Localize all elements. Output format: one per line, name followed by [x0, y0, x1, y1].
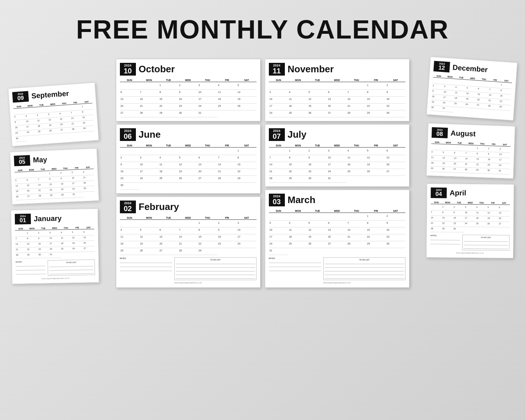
- month-name-november: November: [288, 64, 334, 75]
- calendar-august: 2024 08 August SUNMONTUEWEDTHUFRISAT 123…: [426, 123, 515, 179]
- calendar-march: 2024 03 March SUNMONTUEWEDTHUFRISAT 12 3…: [265, 190, 409, 288]
- middle-right-column: 2024 11 November SUNMONTUEWEDTHUFRISAT 1…: [263, 59, 412, 288]
- month-name-june: June: [139, 129, 161, 140]
- badge-january: 2024 01: [15, 214, 31, 225]
- middle-left-column: 2024 10 October SUNMONTUEWEDTHUFRISAT 12…: [114, 59, 263, 288]
- badge-november: 2024 11: [269, 63, 285, 76]
- calendar-june: 2024 06 June SUNMONTUEWEDTHUFRISAT 1 234…: [116, 124, 261, 194]
- calendar-may: 2024 05 May SUN MON TUE WED THU FRI SAT …: [9, 148, 99, 205]
- month-name-august: August: [450, 129, 476, 138]
- calendar-january: 2024 01 January SUN MON TUE WED THU FRI …: [11, 209, 99, 284]
- month-name-may: May: [33, 156, 47, 165]
- calendar-july: 2024 07 July SUNMONTUEWEDTHUFRISAT 12345…: [265, 124, 409, 187]
- badge-july: 2024 07: [269, 128, 285, 141]
- month-name-march: March: [288, 194, 316, 206]
- month-name-january: January: [33, 214, 61, 223]
- calendar-november: 2024 11 November SUNMONTUEWEDTHUFRISAT 1…: [265, 59, 409, 121]
- calendar-october: 2024 10 October SUNMONTUEWEDTHUFRISAT 12…: [116, 59, 261, 121]
- calendar-february: 2024 02 February SUNMONTUEWEDTHUFRISAT 1…: [116, 197, 261, 288]
- badge-february: 2024 02: [120, 201, 136, 213]
- calendar-september: 2024 09 September SUN MON TUE WED THU FR…: [8, 82, 99, 146]
- badge-december: 2024 12: [433, 61, 450, 72]
- badge-march: 2024 03: [269, 194, 285, 206]
- month-name-february: February: [139, 201, 179, 213]
- badge-june: 2024 06: [120, 128, 136, 141]
- calendar-april: 2024 04 April SUNMONTUEWEDTHUFRISAT 1234…: [426, 183, 514, 258]
- month-name-september: September: [31, 89, 69, 100]
- badge-august: 2024 08: [431, 127, 448, 138]
- left-stack: 2024 09 September SUN MON TUE WED THU FR…: [12, 59, 114, 288]
- badge-october: 2024 10: [120, 63, 136, 76]
- page-title: FREE MONTHLY CALENDAR: [76, 15, 449, 44]
- badge-may: 2024 05: [14, 155, 30, 166]
- month-name-october: October: [139, 64, 175, 75]
- month-name-july: July: [288, 129, 307, 140]
- calendar-december: 2024 12 December SUNMONTUEWEDTHUFRISAT 1…: [426, 57, 517, 121]
- right-stack: 2024 12 December SUNMONTUEWEDTHUFRISAT 1…: [412, 59, 513, 288]
- calendar-grid: 2024 09 September SUN MON TUE WED THU FR…: [12, 59, 513, 288]
- month-name-april: April: [449, 189, 466, 197]
- month-name-december: December: [452, 63, 488, 74]
- badge-april: 2024 04: [431, 187, 447, 198]
- badge-september: 2024 09: [12, 91, 29, 103]
